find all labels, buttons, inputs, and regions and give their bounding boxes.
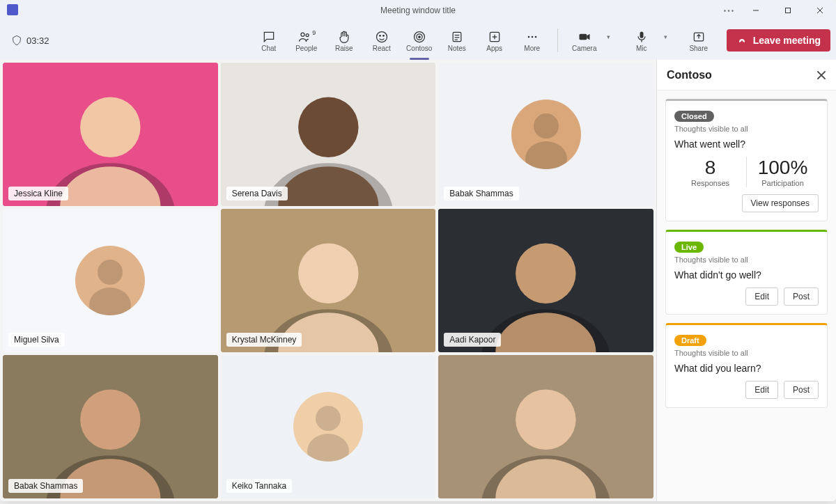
chat-label: Chat bbox=[261, 45, 276, 52]
react-icon bbox=[375, 29, 389, 45]
chat-icon bbox=[262, 29, 276, 45]
people-icon: 9 bbox=[297, 29, 315, 45]
post-button[interactable]: Post bbox=[784, 381, 819, 399]
more-window-options[interactable]: ••• bbox=[719, 0, 740, 21]
svg-point-6 bbox=[376, 31, 387, 42]
svg-point-20 bbox=[531, 36, 533, 38]
panel-title: Contoso bbox=[667, 69, 712, 81]
app-icon bbox=[7, 4, 18, 15]
participant-name: Serena Davis bbox=[226, 187, 288, 200]
video-tile[interactable]: Miguel Silva bbox=[3, 209, 218, 352]
raise-hand-icon bbox=[337, 29, 351, 45]
camera-icon bbox=[578, 29, 591, 45]
raise-hand-button[interactable]: Raise bbox=[327, 24, 361, 57]
leave-label: Leave meeting bbox=[753, 35, 821, 46]
chat-button[interactable]: Chat bbox=[252, 24, 286, 57]
card-actions: EditPost bbox=[674, 288, 819, 306]
contoso-app-button[interactable]: Contoso bbox=[403, 24, 436, 57]
panel-close-button[interactable] bbox=[816, 70, 826, 80]
mic-button[interactable]: Mic bbox=[624, 24, 660, 57]
view-responses-button[interactable]: View responses bbox=[742, 194, 819, 212]
more-label: More bbox=[524, 45, 540, 52]
card-actions: View responses bbox=[674, 194, 819, 212]
timer-value: 03:32 bbox=[26, 36, 49, 46]
responses-count: 8 bbox=[674, 157, 746, 179]
person-silhouette bbox=[3, 63, 218, 206]
more-button[interactable]: More bbox=[516, 24, 549, 57]
participation-count: 100% bbox=[747, 157, 819, 179]
share-button[interactable]: Share bbox=[681, 24, 717, 57]
video-tile[interactable]: Krystal McKinney bbox=[221, 209, 436, 352]
camera-label: Camera bbox=[572, 45, 597, 52]
status-badge: Live bbox=[674, 242, 704, 253]
svg-point-36 bbox=[98, 260, 123, 285]
card-actions: EditPost bbox=[674, 381, 819, 399]
video-tile[interactable]: Serena Davis bbox=[221, 63, 436, 206]
meeting-timer: 03:32 bbox=[6, 35, 49, 46]
share-label: Share bbox=[689, 45, 708, 52]
video-tile[interactable]: Babak Shammas bbox=[438, 63, 653, 206]
svg-point-8 bbox=[382, 35, 384, 36]
toolbar: 03:32 Chat 9 People Raise R bbox=[0, 21, 836, 60]
camera-button[interactable]: Camera bbox=[566, 24, 603, 57]
participant-name: Babak Shammas bbox=[444, 187, 518, 200]
notes-label: Notes bbox=[448, 45, 466, 52]
svg-point-34 bbox=[534, 113, 559, 139]
panel-header: Contoso bbox=[657, 60, 836, 90]
avatar bbox=[511, 100, 581, 169]
avatar bbox=[293, 392, 363, 462]
poll-card: DraftThoughts visible to allWhat did you… bbox=[665, 323, 828, 408]
video-tile[interactable] bbox=[438, 355, 653, 498]
participant-name: Babak Shammas bbox=[8, 479, 83, 493]
people-button[interactable]: 9 People bbox=[290, 24, 323, 57]
video-tile[interactable]: Keiko Tannaka bbox=[221, 355, 436, 498]
responses-label: Responses bbox=[674, 179, 746, 187]
person-silhouette bbox=[3, 355, 218, 498]
apps-label: Apps bbox=[486, 45, 502, 52]
mic-chevron-icon[interactable]: ▾ bbox=[664, 33, 674, 40]
close-button[interactable] bbox=[804, 0, 836, 21]
video-tile[interactable]: Jessica Kline bbox=[3, 63, 218, 206]
visibility-text: Thoughts visible to all bbox=[674, 255, 819, 264]
minimize-button[interactable] bbox=[740, 0, 772, 21]
notes-button[interactable]: Notes bbox=[440, 24, 474, 57]
svg-point-48 bbox=[80, 389, 141, 450]
svg-point-11 bbox=[418, 36, 420, 38]
svg-point-50 bbox=[316, 406, 341, 431]
leave-meeting-button[interactable]: Leave meeting bbox=[727, 29, 830, 52]
poll-question: What did you learn? bbox=[674, 363, 819, 374]
person-silhouette bbox=[438, 209, 653, 352]
contoso-label: Contoso bbox=[406, 45, 432, 52]
participant-name: Miguel Silva bbox=[8, 333, 65, 347]
edit-button[interactable]: Edit bbox=[745, 381, 778, 399]
edit-button[interactable]: Edit bbox=[745, 288, 778, 306]
video-tile[interactable]: Aadi Kapoor bbox=[438, 209, 653, 352]
people-count: 9 bbox=[312, 29, 316, 36]
video-tile[interactable]: Babak Shammas bbox=[3, 355, 218, 498]
notes-icon bbox=[450, 29, 464, 45]
panel-body: ClosedThoughts visible to allWhat went w… bbox=[657, 90, 836, 501]
person-silhouette bbox=[438, 355, 653, 498]
contoso-icon bbox=[412, 29, 426, 45]
maximize-button[interactable] bbox=[772, 0, 804, 21]
people-label: People bbox=[295, 45, 317, 52]
svg-point-19 bbox=[527, 36, 529, 38]
poll-card: LiveThoughts visible to allWhat didn't g… bbox=[665, 230, 828, 315]
poll-question: What went well? bbox=[674, 139, 819, 150]
svg-point-37 bbox=[89, 288, 131, 315]
apps-button[interactable]: Apps bbox=[478, 24, 511, 57]
status-badge: Draft bbox=[674, 335, 706, 346]
svg-point-40 bbox=[298, 243, 359, 304]
raise-label: Raise bbox=[335, 45, 353, 52]
svg-point-35 bbox=[525, 141, 567, 169]
post-button[interactable]: Post bbox=[784, 288, 819, 306]
svg-point-32 bbox=[298, 97, 359, 157]
mic-icon bbox=[635, 29, 649, 45]
svg-point-7 bbox=[379, 35, 380, 36]
react-button[interactable]: React bbox=[365, 24, 398, 57]
participant-name: Aadi Kapoor bbox=[444, 333, 501, 347]
camera-chevron-icon[interactable]: ▾ bbox=[607, 33, 617, 40]
video-grid: Jessica KlineSerena DavisBabak ShammasMi… bbox=[0, 60, 656, 501]
svg-point-5 bbox=[306, 33, 309, 36]
share-icon bbox=[692, 29, 706, 45]
